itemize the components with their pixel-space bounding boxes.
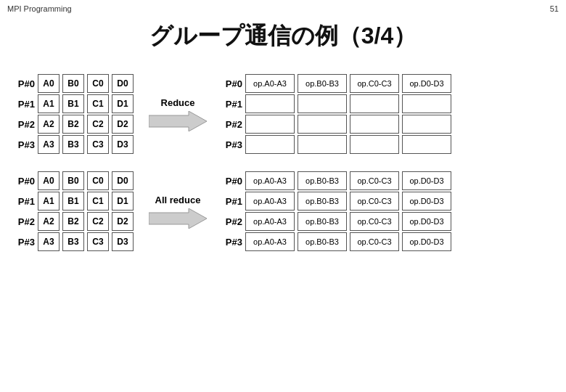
input-cell: D2 (112, 212, 134, 231)
result-row: P#1 (222, 94, 451, 113)
result-cell: op.C0-C3 (350, 171, 399, 190)
input-cell: B1 (62, 94, 84, 113)
input-cell: C2 (87, 115, 109, 134)
result-cell: op.D0-D3 (402, 192, 451, 211)
result-cell: op.A0-A3 (245, 192, 295, 211)
input-cell: A1 (38, 94, 60, 113)
input-cell: D0 (112, 171, 134, 190)
process-row: P#1A1B1C1D1 (15, 94, 134, 113)
process-row: P#1A1B1C1D1 (15, 192, 134, 211)
input-cell: A2 (38, 115, 60, 134)
input-cell: B3 (62, 232, 84, 251)
proc-label: P#3 (222, 237, 242, 248)
result-cell: op.A0-A3 (245, 171, 295, 190)
input-cell: B1 (62, 192, 84, 211)
header-left: MPI Programming (7, 4, 72, 13)
result-row: P#2 (222, 115, 451, 134)
input-cell: D3 (112, 232, 134, 251)
svg-marker-0 (149, 111, 207, 131)
result-cell (402, 94, 451, 113)
result-cell: op.D0-D3 (402, 74, 451, 93)
sections-container: P#0A0B0C0D0P#1A1B1C1D1P#2A2B2C2D2P#3A3B3… (0, 74, 566, 251)
proc-label: P#1 (222, 99, 242, 110)
result-cell: op.D0-D3 (402, 171, 451, 190)
result-cell: op.B0-B3 (298, 192, 347, 211)
proc-label: P#2 (15, 119, 35, 130)
process-row: P#0A0B0C0D0 (15, 171, 134, 190)
proc-label: P#0 (15, 78, 35, 89)
result-cell (402, 115, 451, 134)
input-cell: A0 (38, 74, 60, 93)
arrow-icon (149, 208, 207, 229)
proc-label: P#0 (222, 78, 242, 89)
input-table-allreduce: P#0A0B0C0D0P#1A1B1C1D1P#2A2B2C2D2P#3A3B3… (15, 171, 134, 251)
result-row: P#2op.A0-A3op.B0-B3op.C0-C3op.D0-D3 (222, 212, 451, 231)
arrow-label: Reduce (161, 97, 195, 108)
arrow-icon (149, 111, 207, 131)
proc-label: P#1 (222, 196, 242, 207)
input-cell: C3 (87, 135, 109, 154)
result-cell (298, 94, 347, 113)
output-table-reduce: P#0op.A0-A3op.B0-B3op.C0-C3op.D0-D3P#1P#… (222, 74, 451, 154)
input-table-reduce: P#0A0B0C0D0P#1A1B1C1D1P#2A2B2C2D2P#3A3B3… (15, 74, 134, 154)
process-row: P#3A3B3C3D3 (15, 232, 134, 251)
process-row: P#3A3B3C3D3 (15, 135, 134, 154)
input-cell: C0 (87, 74, 109, 93)
result-cell (350, 135, 399, 154)
input-cell: B3 (62, 135, 84, 154)
result-cell: op.A0-A3 (245, 232, 295, 251)
result-row: P#0op.A0-A3op.B0-B3op.C0-C3op.D0-D3 (222, 74, 451, 93)
input-cell: A3 (38, 232, 60, 251)
result-cell: op.A0-A3 (245, 74, 295, 93)
input-cell: D2 (112, 115, 134, 134)
arrow-container: Reduce (145, 97, 210, 131)
section-allreduce: P#0A0B0C0D0P#1A1B1C1D1P#2A2B2C2D2P#3A3B3… (15, 171, 551, 251)
process-row: P#0A0B0C0D0 (15, 74, 134, 93)
proc-label: P#3 (222, 139, 242, 150)
result-cell: op.D0-D3 (402, 232, 451, 251)
result-cell (350, 115, 399, 134)
input-cell: A0 (38, 171, 60, 190)
proc-label: P#3 (15, 139, 35, 150)
section-reduce: P#0A0B0C0D0P#1A1B1C1D1P#2A2B2C2D2P#3A3B3… (15, 74, 551, 154)
process-row: P#2A2B2C2D2 (15, 115, 134, 134)
proc-label: P#2 (15, 216, 35, 227)
input-cell: C3 (87, 232, 109, 251)
proc-label: P#0 (222, 176, 242, 187)
input-cell: B2 (62, 115, 84, 134)
input-cell: D1 (112, 192, 134, 211)
result-cell: op.B0-B3 (298, 212, 347, 231)
output-table-allreduce: P#0op.A0-A3op.B0-B3op.C0-C3op.D0-D3P#1op… (222, 171, 451, 251)
result-cell: op.C0-C3 (350, 232, 399, 251)
input-cell: B2 (62, 212, 84, 231)
input-cell: B0 (62, 171, 84, 190)
input-cell: D0 (112, 74, 134, 93)
result-cell (245, 115, 295, 134)
proc-label: P#2 (222, 119, 242, 130)
result-cell: op.B0-B3 (298, 74, 347, 93)
result-cell: op.B0-B3 (298, 171, 347, 190)
proc-label: P#2 (222, 216, 242, 227)
result-row: P#3op.A0-A3op.B0-B3op.C0-C3op.D0-D3 (222, 232, 451, 251)
result-cell (298, 115, 347, 134)
result-cell: op.A0-A3 (245, 212, 295, 231)
result-cell (350, 94, 399, 113)
result-cell: op.B0-B3 (298, 232, 347, 251)
proc-label: P#1 (15, 196, 35, 207)
proc-label: P#3 (15, 237, 35, 248)
input-cell: C1 (87, 94, 109, 113)
input-cell: C2 (87, 212, 109, 231)
input-cell: A1 (38, 192, 60, 211)
result-cell (245, 135, 295, 154)
result-cell: op.C0-C3 (350, 74, 399, 93)
proc-label: P#0 (15, 176, 35, 187)
input-cell: B0 (62, 74, 84, 93)
input-cell: C1 (87, 192, 109, 211)
result-cell: op.D0-D3 (402, 212, 451, 231)
result-row: P#0op.A0-A3op.B0-B3op.C0-C3op.D0-D3 (222, 171, 451, 190)
input-cell: A2 (38, 212, 60, 231)
page-title: グループ通信の例（3/4） (0, 20, 566, 52)
result-cell: op.C0-C3 (350, 212, 399, 231)
result-row: P#1op.A0-A3op.B0-B3op.C0-C3op.D0-D3 (222, 192, 451, 211)
input-cell: D1 (112, 94, 134, 113)
